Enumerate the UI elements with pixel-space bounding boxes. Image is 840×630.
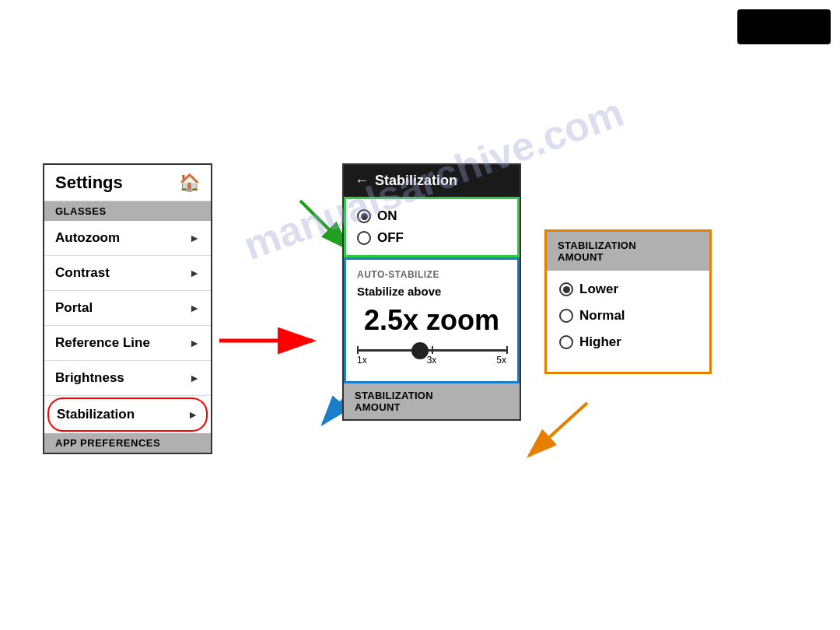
option-off[interactable]: OFF — [357, 230, 506, 246]
slider-label-min: 1x — [357, 355, 367, 366]
settings-title: Settings — [55, 173, 123, 193]
settings-item-stabilization[interactable]: Stabilization ► — [47, 397, 208, 432]
settings-item-label: Portal — [55, 300, 93, 316]
chevron-right-icon: ► — [189, 302, 200, 314]
top-right-rectangle — [737, 9, 831, 44]
settings-item-label: Reference Line — [55, 335, 150, 351]
settings-item-label: Autozoom — [55, 230, 120, 246]
stabilize-above-label: Stabilize above — [357, 285, 506, 298]
svg-line-3 — [300, 201, 348, 249]
on-label: ON — [377, 208, 397, 224]
slider-tick-3 — [432, 346, 433, 354]
normal-label: Normal — [579, 308, 625, 324]
radio-normal[interactable] — [559, 309, 573, 323]
slider-track — [357, 349, 506, 352]
stab-amount-header-line1: STABILIZATION — [558, 240, 698, 251]
stabilization-amount-panel: STABILIZATION AMOUNT Lower Normal Higher — [544, 229, 712, 374]
stab-amount-text: STABILIZATION AMOUNT — [355, 390, 509, 413]
slider-tick-5 — [506, 346, 508, 354]
radio-off[interactable] — [357, 231, 371, 245]
settings-item-label: Brightness — [55, 370, 124, 386]
home-icon[interactable]: 🏠 — [179, 173, 200, 193]
option-lower[interactable]: Lower — [559, 282, 697, 297]
off-label: OFF — [377, 230, 404, 246]
chevron-right-icon: ► — [189, 372, 200, 384]
settings-item-portal[interactable]: Portal ► — [44, 291, 211, 326]
stab-amount-header-line2: AMOUNT — [558, 251, 698, 263]
section-label-glasses: GLASSES — [44, 201, 211, 221]
back-icon[interactable]: ← — [355, 173, 369, 189]
stab-header-title: Stabilization — [375, 173, 457, 189]
slider-tick-1 — [357, 346, 359, 354]
stab-amount-header: STABILIZATION AMOUNT — [547, 232, 709, 271]
chevron-right-icon: ► — [189, 267, 200, 279]
stab-amount-options: Lower Normal Higher — [547, 271, 709, 372]
stab-amount-bottom: STABILIZATION AMOUNT — [344, 383, 520, 419]
chevron-right-icon: ► — [189, 337, 200, 349]
settings-item-label: Stabilization — [57, 407, 135, 422]
radio-higher[interactable] — [559, 335, 573, 349]
settings-item-contrast[interactable]: Contrast ► — [44, 256, 211, 291]
settings-item-reference-line[interactable]: Reference Line ► — [44, 326, 211, 361]
auto-stab-label: AUTO-STABILIZE — [357, 269, 506, 280]
settings-panel: Settings 🏠 GLASSES Autozoom ► Contrast ►… — [43, 163, 212, 454]
chevron-right-icon: ► — [189, 232, 200, 244]
option-on[interactable]: ON — [357, 208, 506, 224]
option-normal[interactable]: Normal — [559, 308, 697, 324]
zoom-value: 2.5x zoom — [357, 304, 506, 337]
auto-stab-section: AUTO-STABILIZE Stabilize above 2.5x zoom… — [344, 257, 520, 383]
radio-on[interactable] — [357, 209, 371, 223]
svg-line-7 — [529, 403, 587, 456]
stab-on-off-section: ON OFF — [344, 197, 520, 257]
slider-label-mid: 3x — [427, 355, 437, 366]
orange-arrow — [517, 395, 595, 465]
higher-label: Higher — [579, 334, 621, 350]
option-higher[interactable]: Higher — [559, 334, 697, 350]
slider-label-max: 5x — [496, 355, 506, 366]
stabilization-panel: ← Stabilization ON OFF AUTO-STABILIZE St… — [342, 163, 521, 421]
stab-header: ← Stabilization — [344, 165, 520, 197]
radio-lower[interactable] — [559, 282, 573, 296]
slider-labels: 1x 3x 5x — [357, 355, 506, 366]
red-arrow — [219, 325, 328, 356]
lower-label: Lower — [579, 282, 618, 297]
zoom-slider[interactable]: 1x 3x 5x — [357, 343, 506, 372]
settings-item-brightness[interactable]: Brightness ► — [44, 361, 211, 396]
settings-item-autozoom[interactable]: Autozoom ► — [44, 221, 211, 256]
chevron-right-icon: ► — [187, 408, 198, 421]
section-label-app-preferences: APP PREFERENCES — [44, 433, 211, 453]
settings-header: Settings 🏠 — [44, 165, 211, 201]
slider-thumb[interactable] — [411, 342, 429, 359]
settings-item-label: Contrast — [55, 265, 110, 281]
